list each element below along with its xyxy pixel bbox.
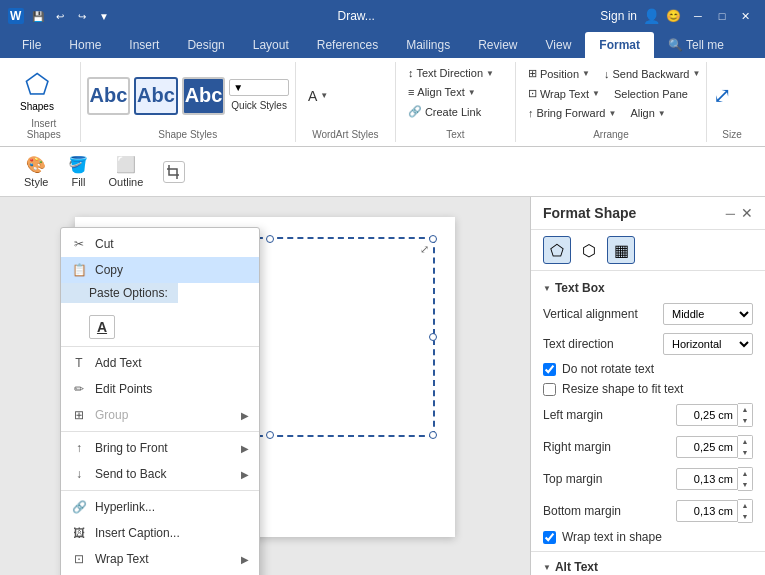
tab-references[interactable]: References bbox=[303, 32, 392, 58]
ctx-cut[interactable]: ✂ Cut bbox=[61, 231, 259, 257]
panel-icon-grid[interactable]: ▦ bbox=[607, 236, 635, 264]
bottom-margin-label: Bottom margin bbox=[543, 504, 670, 518]
send-backward-btn[interactable]: ↓ Send Backward ▼ bbox=[598, 64, 706, 83]
do-not-rotate-checkbox[interactable] bbox=[543, 363, 556, 376]
bottom-margin-down[interactable]: ▼ bbox=[738, 511, 752, 522]
shapes-button[interactable]: ⬠ Shapes bbox=[14, 64, 60, 116]
ctx-group[interactable]: ⊞ Group ▶ bbox=[61, 402, 259, 428]
tab-design[interactable]: Design bbox=[173, 32, 238, 58]
fill-btn[interactable]: 🪣 Fill bbox=[60, 151, 96, 192]
paste-btn-1[interactable]: A bbox=[89, 315, 115, 339]
ctx-wrap-text[interactable]: ⊡ Wrap Text ▶ bbox=[61, 546, 259, 572]
redo-icon[interactable]: ↪ bbox=[74, 8, 90, 24]
wordart-group: A ▼ WordArt Styles bbox=[296, 62, 396, 142]
ctx-sep-3 bbox=[61, 490, 259, 491]
tab-tell-me[interactable]: 🔍 Tell me bbox=[654, 32, 738, 58]
ctx-sep-1 bbox=[61, 346, 259, 347]
size-label: Size bbox=[713, 129, 751, 140]
left-margin-up[interactable]: ▲ bbox=[738, 404, 752, 415]
tab-file[interactable]: File bbox=[8, 32, 55, 58]
quick-styles-btn[interactable]: Quick Styles bbox=[229, 98, 289, 113]
handle-top-right[interactable] bbox=[429, 235, 437, 243]
undo-icon[interactable]: ↩ bbox=[52, 8, 68, 24]
left-margin-down[interactable]: ▼ bbox=[738, 415, 752, 426]
ctx-copy[interactable]: 📋 Copy bbox=[61, 257, 259, 283]
handle-bot-mid[interactable] bbox=[266, 431, 274, 439]
text-group: ↕ Text Direction ▼ ≡ Align Text ▼ 🔗 Crea… bbox=[396, 62, 516, 142]
ctx-add-text[interactable]: T Add Text bbox=[61, 350, 259, 376]
wrap-text-checkbox[interactable] bbox=[543, 531, 556, 544]
handle-top-mid[interactable] bbox=[266, 235, 274, 243]
resize-icon: ⤢ bbox=[420, 243, 429, 256]
svg-text:W: W bbox=[10, 9, 22, 23]
panel-pin-btn[interactable]: ─ bbox=[726, 206, 735, 221]
bring-forward-btn[interactable]: ↑ Bring Forward ▼ bbox=[522, 104, 623, 122]
shape-style-3[interactable]: Abc bbox=[182, 77, 226, 115]
vertical-alignment-select[interactable]: Middle bbox=[663, 303, 753, 325]
panel-icon-hex[interactable]: ⬡ bbox=[575, 236, 603, 264]
text-direction-select[interactable]: Horizontal bbox=[663, 333, 753, 355]
shapes-icon: ⬠ bbox=[25, 68, 49, 101]
text-top: ↕ Text Direction ▼ ≡ Align Text ▼ 🔗 Crea… bbox=[402, 64, 509, 127]
style-btn[interactable]: 🎨 Style bbox=[16, 151, 56, 192]
panel-close-btn[interactable]: ✕ bbox=[741, 205, 753, 221]
selection-pane-btn[interactable]: Selection Pane bbox=[608, 84, 694, 103]
tab-layout[interactable]: Layout bbox=[239, 32, 303, 58]
right-margin-input[interactable] bbox=[676, 436, 738, 458]
align-text-btn[interactable]: ≡ Align Text ▼ bbox=[402, 83, 482, 101]
tab-view[interactable]: View bbox=[532, 32, 586, 58]
top-margin-up[interactable]: ▲ bbox=[738, 468, 752, 479]
ctx-edit-points[interactable]: ✏ Edit Points bbox=[61, 376, 259, 402]
ctx-send-back[interactable]: ↓ Send to Back ▶ bbox=[61, 461, 259, 487]
left-margin-input[interactable] bbox=[676, 404, 738, 426]
right-margin-down[interactable]: ▼ bbox=[738, 447, 752, 458]
wrap-text-row: Wrap text in shape bbox=[531, 527, 765, 547]
top-margin-input[interactable] bbox=[676, 468, 738, 490]
text-direction-btn[interactable]: ↕ Text Direction ▼ bbox=[402, 64, 500, 82]
handle-bot-right[interactable] bbox=[429, 431, 437, 439]
wrap-text-btn[interactable]: ⊡ Wrap Text ▼ bbox=[522, 84, 606, 103]
insert-caption-icon: 🖼 bbox=[71, 525, 87, 541]
bring-front-icon: ↑ bbox=[71, 440, 87, 456]
top-margin-down[interactable]: ▼ bbox=[738, 479, 752, 490]
maximize-btn[interactable]: □ bbox=[711, 5, 733, 27]
align-btn[interactable]: Align ▼ bbox=[624, 104, 671, 122]
tab-home[interactable]: Home bbox=[55, 32, 115, 58]
right-margin-up[interactable]: ▲ bbox=[738, 436, 752, 447]
save-icon[interactable]: 💾 bbox=[30, 8, 46, 24]
wordart-btn[interactable]: A ▼ bbox=[302, 85, 334, 107]
ctx-hyperlink[interactable]: 🔗 Hyperlink... bbox=[61, 494, 259, 520]
resize-shape-checkbox[interactable] bbox=[543, 383, 556, 396]
alttext-section-header[interactable]: Alt Text bbox=[531, 556, 765, 575]
top-margin-label: Top margin bbox=[543, 472, 670, 486]
crop-btn[interactable] bbox=[163, 161, 185, 183]
tab-insert[interactable]: Insert bbox=[115, 32, 173, 58]
resize-shape-row: Resize shape to fit text bbox=[531, 379, 765, 399]
text-label: Text bbox=[402, 129, 509, 140]
panel-icon-shape[interactable]: ⬠ bbox=[543, 236, 571, 264]
tab-mailings[interactable]: Mailings bbox=[392, 32, 464, 58]
bottom-margin-up[interactable]: ▲ bbox=[738, 500, 752, 511]
shape-style-1[interactable]: Abc bbox=[87, 77, 131, 115]
wordart-top: A ▼ bbox=[302, 64, 389, 127]
right-margin-spin: ▲ ▼ bbox=[676, 435, 753, 459]
ctx-insert-caption[interactable]: 🖼 Insert Caption... bbox=[61, 520, 259, 546]
bottom-margin-input[interactable] bbox=[676, 500, 738, 522]
textbox-section-header[interactable]: Text Box bbox=[531, 277, 765, 299]
size-top: ⤢ bbox=[713, 64, 751, 127]
tab-format[interactable]: Format bbox=[585, 32, 654, 58]
create-link-btn[interactable]: 🔗 Create Link bbox=[402, 102, 487, 121]
handle-mid-right[interactable] bbox=[429, 333, 437, 341]
shape-style-2[interactable]: Abc bbox=[134, 77, 178, 115]
ctx-bring-front[interactable]: ↑ Bring to Front ▶ bbox=[61, 435, 259, 461]
position-btn[interactable]: ⊞ Position ▼ bbox=[522, 64, 596, 83]
sign-in-btn[interactable]: Sign in bbox=[600, 9, 637, 23]
outline-btn[interactable]: ⬜ Outline bbox=[100, 151, 151, 192]
tab-review[interactable]: Review bbox=[464, 32, 531, 58]
crop-icon bbox=[167, 165, 181, 179]
minimize-btn[interactable]: ─ bbox=[687, 5, 709, 27]
customize-icon[interactable]: ▼ bbox=[96, 8, 112, 24]
top-margin-spin: ▲ ▼ bbox=[676, 467, 753, 491]
styles-dropdown-btn[interactable]: ▼ bbox=[229, 79, 289, 96]
close-btn[interactable]: ✕ bbox=[735, 5, 757, 27]
